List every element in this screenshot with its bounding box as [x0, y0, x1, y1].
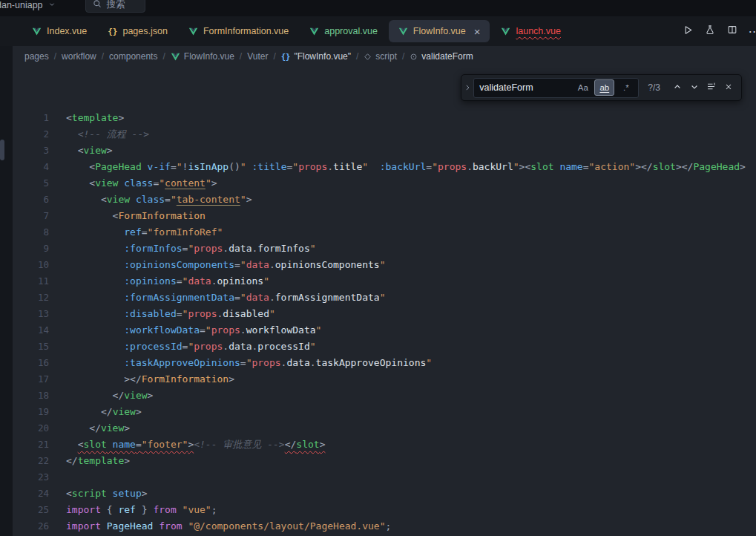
vue-file-icon	[398, 27, 408, 36]
title-bar: dan-uniapp 搜索	[0, 0, 756, 16]
whole-word-toggle[interactable]: ab	[594, 79, 614, 96]
line-content: <script setup>	[66, 486, 148, 502]
code-line[interactable]: 2 <!-- 流程 -->	[13, 126, 756, 143]
chevron-right-icon	[464, 81, 471, 94]
find-toggles: Aaab.*	[573, 79, 636, 96]
tab-FormInformation.vue[interactable]: FormInformation.vue	[179, 20, 298, 42]
code-line[interactable]: 25import { ref } from "vue";	[13, 502, 756, 518]
chevron-down-icon	[690, 81, 699, 94]
line-number: 25	[13, 502, 49, 518]
code-line[interactable]: 10 :opinionsComponents="data.opinionsCom…	[13, 257, 756, 273]
find-widget: Aaab.* ?/3	[461, 74, 742, 101]
line-content: ></FormInformation>	[66, 371, 234, 388]
breadcrumb-item-pages[interactable]: pages	[24, 51, 49, 62]
code-line[interactable]: 12 :formAssignmentData="data.formAssignm…	[13, 290, 756, 306]
line-content: <!-- 流程 -->	[66, 126, 149, 143]
code-line[interactable]: 11 :opinions="data.opinions"	[13, 273, 756, 290]
tab-approval.vue[interactable]: approval.vue	[300, 20, 387, 42]
line-number: 7	[13, 208, 49, 224]
split-editor-button[interactable]	[723, 22, 741, 40]
code-line[interactable]: 21 <slot name="footer"><!-- 审批意见 --></sl…	[13, 437, 756, 453]
line-content: <view class="tab-content">	[66, 192, 252, 208]
vue-icon	[171, 52, 180, 62]
line-content: :opinions="data.opinions"	[66, 273, 269, 290]
code-line[interactable]: 19 </view>	[13, 404, 756, 420]
code-line[interactable]: 3 <view>	[13, 143, 756, 159]
breadcrumb-item-components[interactable]: components	[109, 51, 157, 62]
line-number: 22	[13, 453, 49, 469]
find-input[interactable]	[479, 82, 567, 93]
line-number: 10	[13, 257, 49, 273]
code-line[interactable]: 5 <view class="content">	[13, 175, 756, 192]
close-icon	[724, 81, 733, 94]
breadcrumb-item-validateForm[interactable]: validateForm	[410, 51, 473, 62]
split-icon	[727, 24, 737, 38]
line-content: :opinionsComponents="data.opinionsCompon…	[66, 257, 386, 273]
breadcrumb-item-FlowInfo.vue[interactable]: {}"FlowInfo.vue"	[281, 51, 351, 62]
breadcrumb-item-script[interactable]: script	[364, 51, 397, 62]
line-content: </view>	[66, 388, 153, 404]
line-number: 18	[13, 388, 49, 404]
tests-button[interactable]	[701, 22, 719, 40]
code-line[interactable]: 16 :taskApproveOpinions="props.data.task…	[13, 355, 756, 371]
breadcrumb-item-workflow[interactable]: workflow	[62, 51, 96, 62]
play-icon	[683, 24, 694, 39]
tab-pages.json[interactable]: {}pages.json	[98, 20, 177, 42]
code-line[interactable]: 22</template>	[13, 453, 756, 469]
code-line[interactable]: 20 </view>	[13, 420, 756, 437]
tab-Index.vue[interactable]: Index.vue	[22, 20, 96, 42]
code-line[interactable]: 6 <view class="tab-content">	[13, 192, 756, 208]
code-line[interactable]: 18 </view>	[13, 388, 756, 404]
find-results: ?/3	[648, 82, 660, 93]
line-number: 1	[13, 110, 49, 126]
more-icon: ⋯	[749, 24, 756, 39]
breadcrumb-separator: /	[54, 51, 56, 62]
code-line[interactable]: 4 <PageHead v-if="!isInApp()" :title="pr…	[13, 159, 756, 175]
code-line[interactable]: 8 ref="formInfoRef"	[13, 224, 756, 241]
code-line[interactable]: 1<template>	[13, 110, 756, 126]
line-number: 8	[13, 224, 49, 241]
line-number: 12	[13, 290, 49, 306]
run-button[interactable]	[679, 22, 697, 40]
line-content: </view>	[66, 404, 142, 420]
tab-list: Index.vue{}pages.jsonFormInformation.vue…	[22, 20, 571, 42]
breadcrumb-separator: /	[402, 51, 404, 62]
close-tab-icon[interactable]: ×	[474, 26, 481, 37]
find-next-button[interactable]	[686, 79, 703, 97]
code-line[interactable]: 7 <FormInformation	[13, 208, 756, 224]
find-previous-button[interactable]	[668, 79, 686, 97]
line-number: 21	[13, 437, 49, 453]
breadcrumb-item-Vuter[interactable]: Vuter	[247, 51, 268, 62]
code-area[interactable]: 1<template>2 <!-- 流程 -->3 <view>4 <PageH…	[13, 67, 756, 536]
line-number: 20	[13, 420, 49, 437]
global-search[interactable]: 搜索	[85, 0, 145, 13]
code-line[interactable]: 15 :processId="props.data.processId"	[13, 339, 756, 355]
code-line[interactable]: 13 :disabled="props.disabled"	[13, 306, 756, 322]
code-line[interactable]: 17 ></FormInformation>	[13, 371, 756, 388]
tab-launch.vue[interactable]: launch.vue	[491, 20, 570, 42]
vue-file-icon	[501, 27, 510, 36]
line-content: ref="formInfoRef"	[66, 224, 223, 241]
more-actions-button[interactable]: ⋯	[746, 22, 756, 40]
line-number: 23	[13, 469, 49, 486]
symbol-icon	[364, 53, 372, 61]
line-number: 15	[13, 339, 49, 355]
find-input-wrap: Aaab.*	[473, 78, 639, 98]
code-line[interactable]: 26import PageHead from "@/components/lay…	[13, 518, 756, 535]
line-number: 6	[13, 192, 49, 208]
code-line[interactable]: 24<script setup>	[13, 486, 756, 502]
find-in-selection-button[interactable]	[703, 79, 720, 97]
project-menu[interactable]: dan-uniapp	[0, 0, 56, 13]
editor-actions: ⋯	[679, 16, 756, 46]
toggle-replace-button[interactable]	[461, 75, 473, 100]
code-line[interactable]: 9 :formInfos="props.data.formInfos"	[13, 241, 756, 257]
match-case-toggle[interactable]: Aa	[573, 79, 593, 96]
code-line[interactable]: 14 :workflowData="props.workflowData"	[13, 322, 756, 339]
line-content: <slot name="footer"><!-- 审批意见 --></slot>	[66, 437, 325, 453]
find-close-button[interactable]	[720, 79, 737, 97]
code-line[interactable]: 23	[13, 469, 756, 486]
breadcrumb-item-FlowInfo.vue[interactable]: FlowInfo.vue	[171, 51, 234, 62]
regex-toggle[interactable]: .*	[616, 79, 636, 96]
vue-file-icon	[188, 27, 198, 36]
tab-FlowInfo.vue[interactable]: FlowInfo.vue×	[389, 20, 490, 42]
